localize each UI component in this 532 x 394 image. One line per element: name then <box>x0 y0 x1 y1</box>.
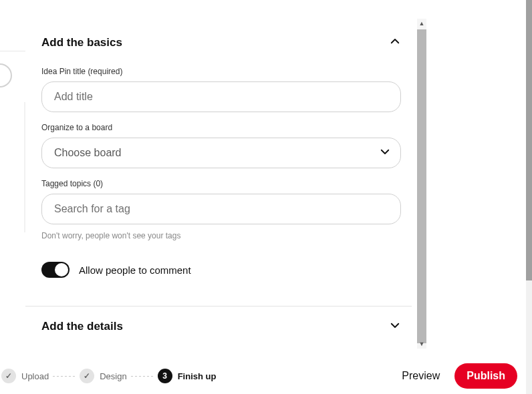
field-board-label: Organize to a board <box>41 123 401 132</box>
board-select-value: Choose board <box>54 147 122 159</box>
field-board: Organize to a board Choose board <box>41 123 401 168</box>
tags-input[interactable] <box>41 194 401 224</box>
comments-toggle[interactable] <box>41 262 70 278</box>
preview-button[interactable]: Preview <box>402 370 440 382</box>
publish-button[interactable]: Publish <box>454 363 517 389</box>
check-icon: ✓ <box>80 369 94 383</box>
field-tags: Tagged topics (0) Don't worry, people wo… <box>41 179 401 240</box>
step-upload-label: Upload <box>21 371 49 381</box>
step-finish-up[interactable]: 3 Finish up <box>158 369 217 383</box>
panel-scrollbar[interactable]: ▲ ▼ <box>417 19 426 349</box>
chevron-down-icon[interactable]: ▼ <box>417 339 426 349</box>
step-design-label: Design <box>100 371 126 381</box>
step-number-badge: 3 <box>158 369 172 383</box>
check-icon: ✓ <box>1 369 16 383</box>
step-separator <box>131 376 154 377</box>
section-basics-header[interactable]: Add the basics <box>41 29 401 56</box>
section-details-title: Add the details <box>41 320 123 333</box>
step-design[interactable]: ✓ Design <box>80 369 126 383</box>
toggle-knob-icon <box>55 263 68 276</box>
field-tags-hint: Don't worry, people won't see your tags <box>41 231 401 240</box>
settings-panel: ▲ ▼ Add the basics Idea Pin title (requi… <box>25 13 426 354</box>
step-separator <box>53 376 76 377</box>
section-divider <box>25 306 412 307</box>
chevron-down-icon <box>379 146 391 160</box>
section-details-header[interactable]: Add the details <box>41 313 401 340</box>
chevron-down-icon <box>389 319 401 334</box>
title-input[interactable] <box>41 81 401 112</box>
step-upload[interactable]: ✓ Upload <box>1 369 49 383</box>
footer-bar: ✓ Upload ✓ Design 3 Finish up Preview Pu… <box>0 358 525 394</box>
section-basics: Add the basics Idea Pin title (required)… <box>41 29 401 297</box>
stepper: ✓ Upload ✓ Design 3 Finish up <box>1 369 216 383</box>
step-finish-up-label: Finish up <box>178 371 217 381</box>
chevron-up-icon[interactable]: ▲ <box>417 19 426 28</box>
chevron-up-icon <box>389 35 401 50</box>
footer-actions: Preview Publish <box>402 363 517 389</box>
field-title-label: Idea Pin title (required) <box>41 67 401 76</box>
board-select[interactable]: Choose board <box>41 138 401 168</box>
field-tags-label: Tagged topics (0) <box>41 179 401 188</box>
field-title: Idea Pin title (required) <box>41 67 401 112</box>
comments-toggle-row: Allow people to comment <box>41 262 401 278</box>
browser-scrollbar-thumb[interactable] <box>526 0 532 280</box>
panel-scrollbar-thumb[interactable] <box>417 29 426 343</box>
browser-scrollbar[interactable] <box>526 0 532 394</box>
comments-toggle-label: Allow people to comment <box>79 264 191 276</box>
section-details: Add the details <box>41 313 401 340</box>
canvas-handle-icon <box>0 63 12 87</box>
section-basics-title: Add the basics <box>41 36 122 49</box>
